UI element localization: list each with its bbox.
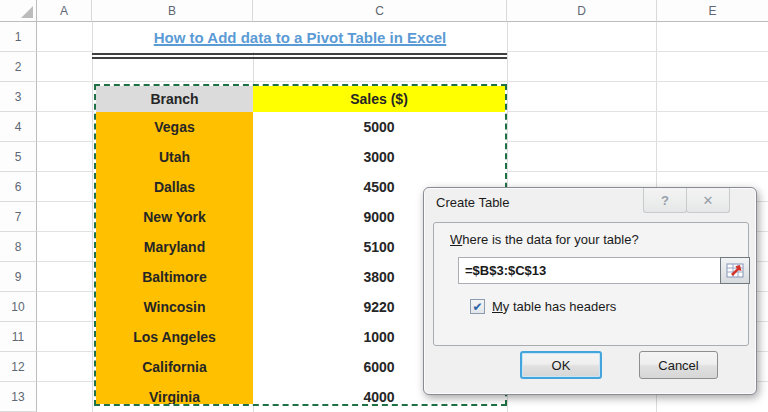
headers-checkbox[interactable]: ✔ (470, 299, 485, 314)
checkbox-rest: y table has headers (503, 299, 616, 314)
column-header-e[interactable]: E (657, 0, 768, 22)
column-header-c[interactable]: C (253, 0, 507, 22)
row-header-4[interactable]: 4 (0, 112, 37, 142)
column-header-b[interactable]: B (92, 0, 253, 22)
branch-cell[interactable]: Wincosin (96, 292, 253, 322)
create-table-dialog: Create Table ? ✕ Where is the data for y… (423, 187, 757, 395)
row-header-2[interactable]: 2 (0, 52, 37, 82)
close-icon: ✕ (703, 193, 714, 208)
dialog-title: Create Table (436, 195, 509, 210)
checkbox-check-icon: ✔ (472, 301, 482, 313)
branch-cell[interactable]: Utah (96, 142, 253, 172)
branch-cell[interactable]: Maryland (96, 232, 253, 262)
row-header-11[interactable]: 11 (0, 322, 37, 352)
prompt-mnemonic: W (450, 232, 462, 247)
branch-cell[interactable]: New York (96, 202, 253, 232)
ok-button[interactable]: OK (520, 351, 602, 379)
excel-sheet: A B C D E 1 2 3 4 5 6 7 8 9 10 11 12 13 … (0, 0, 768, 412)
column-header-d[interactable]: D (507, 0, 657, 22)
range-input[interactable]: =$B$3:$C$13 (458, 257, 720, 284)
range-selector-button[interactable] (720, 257, 750, 284)
dialog-window-buttons: ? ✕ (644, 188, 730, 213)
title-double-underline (92, 53, 507, 59)
range-selector-icon (726, 263, 744, 278)
row-header-6[interactable]: 6 (0, 172, 37, 202)
prompt-rest: here is the data for your table? (462, 232, 638, 247)
branch-cell[interactable]: Los Angeles (96, 322, 253, 352)
row-header-9[interactable]: 9 (0, 262, 37, 292)
range-prompt-label: Where is the data for your table? (450, 232, 639, 247)
help-icon: ? (661, 193, 669, 208)
row-header-7[interactable]: 7 (0, 202, 37, 232)
branch-cell[interactable]: Virginia (96, 382, 253, 406)
sheet-title-cell[interactable]: How to Add data to a Pivot Table in Exce… (93, 22, 507, 52)
row-header-3[interactable]: 3 (0, 82, 37, 112)
row-header-8[interactable]: 8 (0, 232, 37, 262)
cancel-button[interactable]: Cancel (639, 351, 718, 379)
branch-cell[interactable]: Baltimore (96, 262, 253, 292)
branch-cell[interactable]: Dallas (96, 172, 253, 202)
select-all-triangle-icon (21, 6, 33, 18)
sales-cell[interactable]: 3000 (253, 142, 505, 172)
table-header-row: Branch Sales ($) (96, 86, 505, 112)
close-button[interactable]: ✕ (686, 188, 730, 213)
column-header-a[interactable]: A (37, 0, 92, 22)
branch-cell[interactable]: California (96, 352, 253, 382)
sales-cell[interactable]: 5000 (253, 112, 505, 142)
row-header-12[interactable]: 12 (0, 352, 37, 382)
branch-cell[interactable]: Vegas (96, 112, 253, 142)
range-row: =$B$3:$C$13 (458, 257, 750, 284)
table-row: Vegas 5000 (96, 112, 505, 142)
checkbox-mnemonic: M (492, 299, 503, 314)
row-header-13[interactable]: 13 (0, 382, 37, 412)
gridline (37, 81, 768, 82)
headers-checkbox-row: ✔ My table has headers (470, 299, 616, 314)
sales-header-cell[interactable]: Sales ($) (253, 86, 505, 112)
select-all-corner[interactable] (0, 0, 37, 22)
help-button[interactable]: ? (643, 188, 687, 213)
row-header-10[interactable]: 10 (0, 292, 37, 322)
dialog-group-box: Where is the data for your table? =$B$3:… (433, 222, 749, 346)
headers-checkbox-label: My table has headers (492, 299, 616, 314)
row-header-5[interactable]: 5 (0, 142, 37, 172)
row-header-1[interactable]: 1 (0, 22, 37, 52)
table-row: Utah 3000 (96, 142, 505, 172)
branch-header-cell[interactable]: Branch (96, 86, 253, 112)
